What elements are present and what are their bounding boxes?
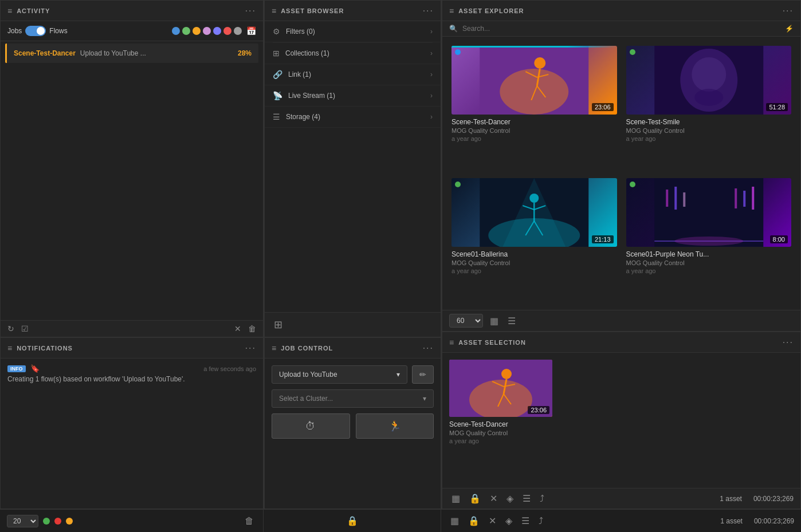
bottom-left-bar: 20 50 100 🗑 bbox=[0, 510, 264, 532]
selection-thumb-dancer: 23:06 bbox=[449, 360, 552, 417]
cluster-select[interactable]: Select a Cluster... ▾ bbox=[272, 389, 434, 408]
collections-item[interactable]: ⊞ Collections (1) › bbox=[265, 43, 441, 64]
refresh-icon[interactable]: ↻ bbox=[7, 324, 14, 333]
asset-card-ballerina[interactable]: 21:13 Scene01-Ballerina MOG Quality Cont… bbox=[451, 178, 617, 301]
job-control-menu[interactable]: ··· bbox=[423, 343, 434, 353]
asset-card-smile[interactable]: 51:28 Scene-Test-Smile MOG Quality Contr… bbox=[626, 46, 792, 169]
link-label: Link (1) bbox=[288, 70, 430, 78]
asset-browser-menu[interactable]: ··· bbox=[423, 6, 434, 16]
color-dot-purple[interactable] bbox=[203, 27, 211, 35]
color-dot-orange[interactable] bbox=[193, 27, 201, 35]
status-dot-red[interactable] bbox=[54, 518, 61, 525]
storage-item[interactable]: ☰ Storage (4) › bbox=[265, 107, 441, 128]
calendar-icon[interactable]: 📅 bbox=[246, 26, 256, 36]
live-stream-chevron-icon: › bbox=[430, 92, 433, 100]
grid-view-icon[interactable]: ▦ bbox=[488, 314, 501, 328]
workflow-dropdown[interactable]: Upload to YouTube ▾ bbox=[272, 365, 407, 384]
activity-item[interactable]: Scene-Test-Dancer Upload to YouTube ... … bbox=[5, 44, 258, 63]
link-item[interactable]: 🔗 Link (1) › bbox=[265, 64, 441, 85]
bottom-layers-icon[interactable]: ◈ bbox=[503, 514, 515, 527]
svg-rect-26 bbox=[743, 191, 745, 207]
list-view-icon[interactable]: ☰ bbox=[505, 314, 518, 328]
status-dot-orange[interactable] bbox=[66, 518, 73, 525]
notification-header: INFO 🔖 a few seconds ago bbox=[7, 364, 256, 373]
asset-time-dancer: a year ago bbox=[451, 135, 617, 142]
bottom-grid-icon[interactable]: ▦ bbox=[448, 514, 461, 527]
sel-close-icon[interactable]: ✕ bbox=[488, 492, 500, 505]
asset-duration-dancer: 23:06 bbox=[592, 103, 614, 111]
sel-export-icon[interactable]: ⤴ bbox=[537, 492, 547, 505]
link-icon: 🔗 bbox=[273, 70, 282, 79]
asset-explorer-panel: ≡ ASSET EXPLORER ··· 🔍 ⚡ bbox=[442, 0, 801, 332]
asset-thumb-ballerina: 21:13 bbox=[451, 178, 617, 247]
asset-owner-ballerina: MOG Quality Control bbox=[451, 259, 617, 266]
asset-name-smile: Scene-Test-Smile bbox=[626, 118, 792, 126]
asset-selection-menu[interactable]: ··· bbox=[783, 337, 794, 348]
flows-label: Flows bbox=[49, 27, 67, 35]
notifications-list: INFO 🔖 a few seconds ago Creating 1 flow… bbox=[1, 358, 263, 509]
filter-icon: ⚙ bbox=[273, 27, 280, 36]
asset-time-smile: a year ago bbox=[626, 135, 792, 142]
edit-workflow-button[interactable]: ✏ bbox=[412, 365, 434, 384]
svg-point-10 bbox=[692, 57, 726, 92]
job-control-panel: ≡ JOB CONTROL ··· Upload to YouTube ▾ ✏ … bbox=[264, 337, 441, 509]
storage-label: Storage (4) bbox=[286, 113, 430, 121]
asset-timecode: 00:00:23;269 bbox=[753, 495, 794, 503]
storage-chevron-icon: › bbox=[430, 113, 433, 121]
color-dot-grey[interactable] bbox=[234, 27, 242, 35]
asset-browser-panel: ≡ ASSET BROWSER ··· ⚙ Filters (0) › ⊞ Co… bbox=[264, 0, 441, 337]
close-icon[interactable]: ✕ bbox=[234, 324, 241, 333]
color-dot-red[interactable] bbox=[223, 27, 231, 35]
checkmark-icon[interactable]: ☑ bbox=[21, 324, 29, 333]
run-button[interactable]: 🏃 bbox=[356, 413, 434, 439]
live-stream-label: Live Stream (1) bbox=[288, 92, 430, 100]
color-dot-blue[interactable] bbox=[172, 27, 180, 35]
add-panel-icon[interactable]: ⊞ bbox=[272, 317, 285, 332]
info-badge: INFO bbox=[7, 365, 26, 372]
asset-explorer-menu[interactable]: ··· bbox=[783, 6, 794, 16]
notifications-menu[interactable]: ··· bbox=[245, 343, 256, 353]
bottom-page-select[interactable]: 20 50 100 bbox=[7, 515, 38, 527]
search-icon: 🔍 bbox=[449, 25, 458, 33]
job-control-body: Upload to YouTube ▾ ✏ Select a Cluster..… bbox=[265, 358, 441, 509]
sel-layers-icon[interactable]: ◈ bbox=[504, 492, 516, 505]
color-dot-indigo[interactable] bbox=[213, 27, 221, 35]
filters-item[interactable]: ⚙ Filters (0) › bbox=[265, 21, 441, 42]
activity-item-percent: 28% bbox=[238, 49, 252, 57]
live-stream-icon: 📡 bbox=[273, 91, 282, 100]
bottom-delete-icon[interactable]: 🗑 bbox=[242, 515, 256, 527]
bottom-x-icon[interactable]: ✕ bbox=[486, 514, 498, 527]
color-filter-dots bbox=[172, 27, 242, 35]
sel-list-icon[interactable]: ☰ bbox=[520, 492, 533, 505]
asset-card-neon[interactable]: 8:00 Scene01-Purple Neon Tu... MOG Quali… bbox=[626, 178, 792, 301]
job-control-title: JOB CONTROL bbox=[281, 345, 422, 352]
filters-chevron-icon: › bbox=[430, 27, 433, 36]
jobs-flows-switch[interactable] bbox=[25, 26, 46, 36]
color-dot-green[interactable] bbox=[182, 27, 190, 35]
live-stream-item[interactable]: 📡 Live Stream (1) › bbox=[265, 85, 441, 107]
asset-card-dancer[interactable]: 23:06 Scene-Test-Dancer MOG Quality Cont… bbox=[451, 46, 617, 169]
activity-title: ACTIVITY bbox=[17, 7, 245, 14]
job-control-header: ≡ JOB CONTROL ··· bbox=[265, 338, 441, 358]
bottom-export-icon[interactable]: ⤴ bbox=[536, 515, 545, 527]
bottom-lock-icon[interactable]: 🔒 bbox=[344, 514, 360, 527]
drag-icon-sel: ≡ bbox=[449, 338, 454, 347]
bottom-lock2-icon[interactable]: 🔒 bbox=[466, 514, 482, 527]
search-bar: 🔍 ⚡ bbox=[442, 21, 800, 37]
activity-toolbar: Jobs Flows 📅 bbox=[1, 21, 263, 41]
filter-sort-icon[interactable]: ⚡ bbox=[785, 25, 794, 33]
search-input[interactable] bbox=[462, 25, 780, 33]
activity-menu[interactable]: ··· bbox=[245, 6, 256, 16]
delete-icon[interactable]: 🗑 bbox=[248, 324, 256, 333]
asset-explorer-title: ASSET EXPLORER bbox=[458, 7, 782, 14]
activity-list: Scene-Test-Dancer Upload to YouTube ... … bbox=[1, 41, 263, 320]
selection-card-dancer[interactable]: 23:06 Scene-Test-Dancer MOG Quality Cont… bbox=[449, 360, 552, 448]
sel-lock-icon[interactable]: 🔒 bbox=[467, 492, 483, 505]
sel-grid-icon[interactable]: ▦ bbox=[449, 492, 462, 505]
bottom-list-icon[interactable]: ☰ bbox=[519, 514, 532, 527]
notifications-panel: ≡ NOTIFICATIONS ··· INFO 🔖 a few seconds… bbox=[0, 337, 264, 509]
activity-header: ≡ ACTIVITY ··· bbox=[1, 1, 263, 21]
status-dot-green[interactable] bbox=[43, 518, 50, 525]
schedule-button[interactable]: ⏱ bbox=[272, 413, 350, 439]
page-size-select[interactable]: 60 100 200 bbox=[449, 314, 483, 328]
